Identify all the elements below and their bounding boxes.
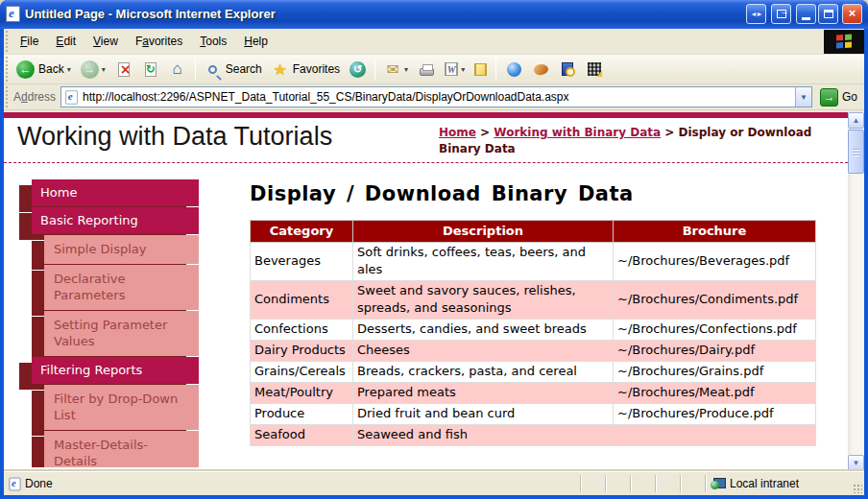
navigation-arrows-button[interactable]: ◄► — [746, 4, 766, 24]
windows-logo-icon — [824, 30, 864, 54]
menu-tools[interactable]: Tools — [191, 32, 235, 51]
menu-bar: FileEditViewFavoritesToolsHelp — [4, 29, 864, 55]
sidebar-item-filtering-reports[interactable]: Filtering Reports — [32, 357, 199, 384]
windows-flag-icon — [836, 34, 852, 48]
address-box: ▼ — [60, 86, 812, 107]
toolbar-favorites-button[interactable]: Favorites — [268, 59, 344, 80]
sidebar-item-setting-parameter-values[interactable]: Setting Parameter Values — [44, 311, 199, 356]
pixel-grid-icon — [586, 60, 603, 78]
title-bar[interactable]: Untitled Page - Microsoft Internet Explo… — [0, 0, 868, 29]
toolbar-messenger-button[interactable] — [501, 59, 526, 80]
toolbar-history-button[interactable]: ↺ — [346, 59, 370, 80]
column-header-category: Category — [251, 221, 353, 243]
main-content: Display / Download Binary Data CategoryD… — [250, 163, 826, 446]
toolbar-grip[interactable] — [5, 57, 9, 82]
browser-window: Untitled Page - Microsoft Internet Explo… — [0, 0, 868, 499]
sidebar-item-master-details-details[interactable]: Master-Details-Details — [44, 431, 199, 467]
toolbar-stop-button[interactable] — [111, 59, 136, 80]
left-right-arrows-icon: ◄► — [751, 11, 762, 17]
sidebar-item-basic-reporting[interactable]: Basic Reporting — [32, 207, 199, 234]
maximize-button[interactable] — [818, 4, 838, 24]
toolbar-print-button[interactable] — [414, 59, 439, 80]
sidebar-item-home[interactable]: Home — [32, 179, 199, 206]
back-icon: ← — [16, 60, 35, 79]
scroll-down-button[interactable]: ▼ — [848, 455, 864, 471]
category-cell: Meat/Poultry — [251, 383, 353, 404]
sidebar-item-filter-by-drop-down-list[interactable]: Filter by Drop-Down List — [44, 385, 199, 430]
word-icon: W — [445, 62, 458, 76]
breadcrumb-separator: > — [661, 126, 678, 139]
toolbar-research-paw-button[interactable] — [528, 59, 553, 80]
chevron-down-icon: ▾ — [102, 65, 106, 74]
minimize-button[interactable] — [796, 4, 816, 24]
brochure-cell: ~/Brochures/Produce.pdf — [614, 404, 816, 425]
toolbar-note-button[interactable] — [470, 61, 491, 78]
sidebar-item-simple-display[interactable]: Simple Display — [44, 235, 199, 264]
close-button[interactable]: × — [842, 4, 862, 24]
site-title: Working with Data Tutorials — [17, 122, 332, 152]
chevron-down-icon: ▾ — [67, 65, 71, 74]
category-cell: Confections — [251, 320, 353, 341]
document-icon — [145, 62, 157, 77]
description-cell: Soft drinks, coffees, teas, beers, and a… — [353, 243, 614, 281]
resize-grip[interactable] — [851, 476, 864, 495]
toolbar-back-button[interactable]: ←Back▾ — [12, 59, 75, 81]
toolbar-research-book-button[interactable] — [555, 59, 580, 80]
description-cell: Cheeses — [353, 341, 614, 362]
column-header-description: Description — [353, 221, 614, 243]
menu-items: FileEditViewFavoritesToolsHelp — [12, 32, 277, 51]
menu-edit[interactable]: Edit — [47, 32, 84, 51]
window-body: FileEditViewFavoritesToolsHelp ←Back▾→▾S… — [4, 29, 864, 495]
status-pane — [680, 475, 705, 492]
vertical-scrollbar[interactable]: ▲ ▼ — [848, 112, 864, 471]
note-icon — [474, 63, 487, 76]
pop-out-button[interactable] — [771, 4, 791, 24]
ie-page-icon — [10, 477, 21, 490]
home-icon — [169, 60, 186, 78]
toolbar-pixel-grid-button[interactable] — [582, 59, 607, 80]
chevron-down-icon: ▾ — [404, 65, 408, 74]
menu-view[interactable]: View — [84, 32, 127, 51]
status-pane — [630, 475, 655, 492]
addressbar-grip[interactable] — [5, 86, 9, 107]
sidebar-item-declarative-parameters[interactable]: Declarative Parameters — [44, 265, 199, 310]
toolbar-separator — [195, 58, 196, 81]
toolbar-search-button[interactable]: Search — [201, 59, 266, 80]
toolbar-refresh-button[interactable] — [138, 59, 163, 80]
breadcrumb: Home > Working with Binary Data > Displa… — [439, 125, 815, 157]
book-icon — [562, 62, 573, 76]
menu-file[interactable]: File — [12, 32, 47, 51]
menubar-grip[interactable] — [5, 31, 9, 52]
mail-icon — [384, 60, 401, 78]
status-message-pane: Done — [4, 476, 580, 492]
breadcrumb-separator: > — [476, 126, 494, 139]
minimize-icon — [802, 17, 810, 20]
table-row: SeafoodSeaweed and fish — [251, 425, 816, 446]
description-cell: Breads, crackers, pasta, and cereal — [353, 362, 614, 383]
menu-help[interactable]: Help — [235, 32, 277, 51]
breadcrumb-home[interactable]: Home — [439, 126, 476, 139]
toolbar-word-button[interactable]: W▾ — [441, 60, 469, 78]
toolbar-forward-button[interactable]: →▾ — [77, 59, 109, 81]
note-icon — [475, 63, 486, 76]
security-zone-pane: Local intranet — [705, 475, 851, 492]
category-cell: Dairy Products — [251, 341, 353, 362]
page-title: Display / Download Binary Data — [250, 182, 826, 205]
category-cell: Grains/Cereals — [251, 362, 353, 383]
breadcrumb-working-with-binary-data[interactable]: Working with Binary Data — [494, 126, 661, 139]
toolbar-mail-button[interactable]: ▾ — [380, 59, 412, 80]
address-input[interactable] — [81, 90, 795, 104]
window-arrow-icon — [777, 10, 786, 18]
document-icon — [118, 62, 130, 77]
go-button[interactable]: → Go — [817, 87, 860, 107]
go-arrow-icon: → — [820, 88, 838, 107]
scroll-up-button[interactable]: ▲ — [848, 112, 864, 129]
toolbar-home-button[interactable] — [165, 59, 190, 80]
menu-favorites[interactable]: Favorites — [127, 32, 191, 51]
forward-icon: → — [81, 60, 99, 79]
word-w-icon: W — [446, 62, 457, 76]
address-dropdown-button[interactable]: ▼ — [795, 87, 811, 107]
web-page: Working with Data Tutorials Home > Worki… — [4, 112, 848, 471]
status-pane — [580, 475, 605, 492]
scrollbar-thumb[interactable] — [848, 130, 864, 174]
